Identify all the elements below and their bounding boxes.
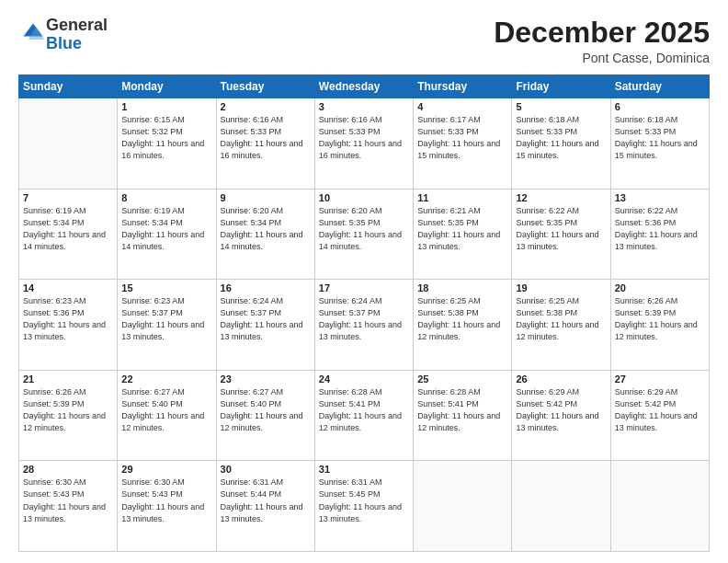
logo: General Blue	[18, 17, 108, 53]
table-row: 11Sunrise: 6:21 AMSunset: 5:35 PMDayligh…	[414, 189, 512, 280]
day-number: 18	[417, 282, 507, 293]
header-tuesday: Tuesday	[216, 75, 314, 98]
day-info: Sunrise: 6:19 AMSunset: 5:34 PMDaylight:…	[23, 205, 113, 253]
table-row: 10Sunrise: 6:20 AMSunset: 5:35 PMDayligh…	[314, 189, 413, 280]
day-number: 4	[417, 101, 507, 112]
table-row: 28Sunrise: 6:30 AMSunset: 5:43 PMDayligh…	[19, 461, 118, 552]
calendar-row: 28Sunrise: 6:30 AMSunset: 5:43 PMDayligh…	[19, 461, 710, 552]
day-number: 24	[319, 373, 409, 385]
table-row: 14Sunrise: 6:23 AMSunset: 5:36 PMDayligh…	[19, 280, 118, 371]
table-row: 15Sunrise: 6:23 AMSunset: 5:37 PMDayligh…	[118, 280, 216, 371]
day-info: Sunrise: 6:28 AMSunset: 5:41 PMDaylight:…	[319, 386, 409, 434]
table-row: 18Sunrise: 6:25 AMSunset: 5:38 PMDayligh…	[414, 280, 512, 371]
table-row	[512, 461, 610, 552]
logo-icon	[20, 20, 46, 46]
day-number: 17	[319, 282, 409, 293]
table-row	[19, 98, 118, 190]
day-number: 15	[121, 282, 211, 293]
day-number: 16	[221, 282, 311, 293]
header-monday: Monday	[118, 75, 216, 98]
day-info: Sunrise: 6:23 AMSunset: 5:37 PMDaylight:…	[121, 295, 211, 343]
day-info: Sunrise: 6:31 AMSunset: 5:45 PMDaylight:…	[319, 477, 409, 524]
day-number: 28	[23, 464, 113, 475]
header-saturday: Saturday	[610, 75, 709, 98]
day-number: 21	[23, 373, 113, 385]
table-row: 2Sunrise: 6:16 AMSunset: 5:33 PMDaylight…	[216, 98, 314, 190]
day-info: Sunrise: 6:23 AMSunset: 5:36 PMDaylight:…	[23, 295, 113, 343]
logo-blue-text: Blue	[46, 34, 82, 52]
day-number: 7	[23, 192, 113, 203]
table-row: 12Sunrise: 6:22 AMSunset: 5:35 PMDayligh…	[512, 189, 610, 280]
day-info: Sunrise: 6:24 AMSunset: 5:37 PMDaylight:…	[319, 295, 409, 343]
day-number: 22	[121, 373, 211, 385]
table-row: 7Sunrise: 6:19 AMSunset: 5:34 PMDaylight…	[19, 189, 118, 280]
calendar-row: 1Sunrise: 6:15 AMSunset: 5:32 PMDaylight…	[19, 98, 710, 190]
day-info: Sunrise: 6:26 AMSunset: 5:39 PMDaylight:…	[23, 386, 113, 434]
day-info: Sunrise: 6:29 AMSunset: 5:42 PMDaylight:…	[615, 386, 705, 434]
header: General Blue December 2025 Pont Casse, D…	[18, 17, 710, 65]
table-row	[414, 461, 512, 552]
day-info: Sunrise: 6:20 AMSunset: 5:35 PMDaylight:…	[319, 205, 409, 253]
calendar-row: 7Sunrise: 6:19 AMSunset: 5:34 PMDaylight…	[19, 189, 710, 280]
day-number: 14	[23, 282, 113, 293]
table-row: 13Sunrise: 6:22 AMSunset: 5:36 PMDayligh…	[610, 189, 709, 280]
table-row: 24Sunrise: 6:28 AMSunset: 5:41 PMDayligh…	[314, 370, 413, 461]
day-number: 31	[319, 464, 409, 475]
day-number: 30	[221, 464, 311, 475]
day-number: 23	[221, 373, 311, 385]
header-wednesday: Wednesday	[314, 75, 413, 98]
day-info: Sunrise: 6:22 AMSunset: 5:36 PMDaylight:…	[615, 205, 705, 253]
day-info: Sunrise: 6:18 AMSunset: 5:33 PMDaylight:…	[516, 114, 606, 162]
table-row: 23Sunrise: 6:27 AMSunset: 5:40 PMDayligh…	[216, 370, 314, 461]
day-number: 10	[319, 192, 409, 203]
day-info: Sunrise: 6:19 AMSunset: 5:34 PMDaylight:…	[121, 205, 211, 253]
weekday-header-row: Sunday Monday Tuesday Wednesday Thursday…	[19, 75, 710, 98]
day-number: 12	[516, 192, 606, 203]
day-info: Sunrise: 6:27 AMSunset: 5:40 PMDaylight:…	[221, 386, 311, 434]
page: General Blue December 2025 Pont Casse, D…	[0, 0, 728, 563]
table-row: 1Sunrise: 6:15 AMSunset: 5:32 PMDaylight…	[118, 98, 216, 190]
table-row: 17Sunrise: 6:24 AMSunset: 5:37 PMDayligh…	[314, 280, 413, 371]
table-row: 30Sunrise: 6:31 AMSunset: 5:44 PMDayligh…	[216, 461, 314, 552]
day-info: Sunrise: 6:30 AMSunset: 5:43 PMDaylight:…	[121, 477, 211, 524]
day-number: 26	[516, 373, 606, 385]
day-number: 5	[516, 101, 606, 112]
day-number: 8	[121, 192, 211, 203]
title-area: December 2025 Pont Casse, Dominica	[494, 17, 710, 65]
calendar-row: 14Sunrise: 6:23 AMSunset: 5:36 PMDayligh…	[19, 280, 710, 371]
day-info: Sunrise: 6:17 AMSunset: 5:33 PMDaylight:…	[417, 114, 507, 162]
day-info: Sunrise: 6:16 AMSunset: 5:33 PMDaylight:…	[221, 114, 311, 162]
table-row: 8Sunrise: 6:19 AMSunset: 5:34 PMDaylight…	[118, 189, 216, 280]
day-info: Sunrise: 6:25 AMSunset: 5:38 PMDaylight:…	[516, 295, 606, 343]
day-number: 11	[417, 192, 507, 203]
table-row: 4Sunrise: 6:17 AMSunset: 5:33 PMDaylight…	[414, 98, 512, 190]
day-number: 29	[121, 464, 211, 475]
location: Pont Casse, Dominica	[494, 51, 710, 65]
table-row: 27Sunrise: 6:29 AMSunset: 5:42 PMDayligh…	[610, 370, 709, 461]
month-title: December 2025	[494, 17, 710, 49]
header-thursday: Thursday	[414, 75, 512, 98]
table-row	[610, 461, 709, 552]
header-friday: Friday	[512, 75, 610, 98]
table-row: 19Sunrise: 6:25 AMSunset: 5:38 PMDayligh…	[512, 280, 610, 371]
day-number: 19	[516, 282, 606, 293]
day-info: Sunrise: 6:24 AMSunset: 5:37 PMDaylight:…	[221, 295, 311, 343]
day-number: 20	[615, 282, 705, 293]
day-info: Sunrise: 6:25 AMSunset: 5:38 PMDaylight:…	[417, 295, 507, 343]
table-row: 22Sunrise: 6:27 AMSunset: 5:40 PMDayligh…	[118, 370, 216, 461]
table-row: 6Sunrise: 6:18 AMSunset: 5:33 PMDaylight…	[610, 98, 709, 190]
calendar-row: 21Sunrise: 6:26 AMSunset: 5:39 PMDayligh…	[19, 370, 710, 461]
day-info: Sunrise: 6:31 AMSunset: 5:44 PMDaylight:…	[221, 477, 311, 524]
table-row: 25Sunrise: 6:28 AMSunset: 5:41 PMDayligh…	[414, 370, 512, 461]
table-row: 26Sunrise: 6:29 AMSunset: 5:42 PMDayligh…	[512, 370, 610, 461]
day-number: 1	[121, 101, 211, 112]
day-info: Sunrise: 6:21 AMSunset: 5:35 PMDaylight:…	[417, 205, 507, 253]
calendar-table: Sunday Monday Tuesday Wednesday Thursday…	[18, 75, 710, 552]
day-info: Sunrise: 6:27 AMSunset: 5:40 PMDaylight:…	[121, 386, 211, 434]
table-row: 9Sunrise: 6:20 AMSunset: 5:34 PMDaylight…	[216, 189, 314, 280]
day-number: 9	[221, 192, 311, 203]
header-sunday: Sunday	[19, 75, 118, 98]
table-row: 3Sunrise: 6:16 AMSunset: 5:33 PMDaylight…	[314, 98, 413, 190]
day-number: 6	[615, 101, 705, 112]
day-number: 3	[319, 101, 409, 112]
